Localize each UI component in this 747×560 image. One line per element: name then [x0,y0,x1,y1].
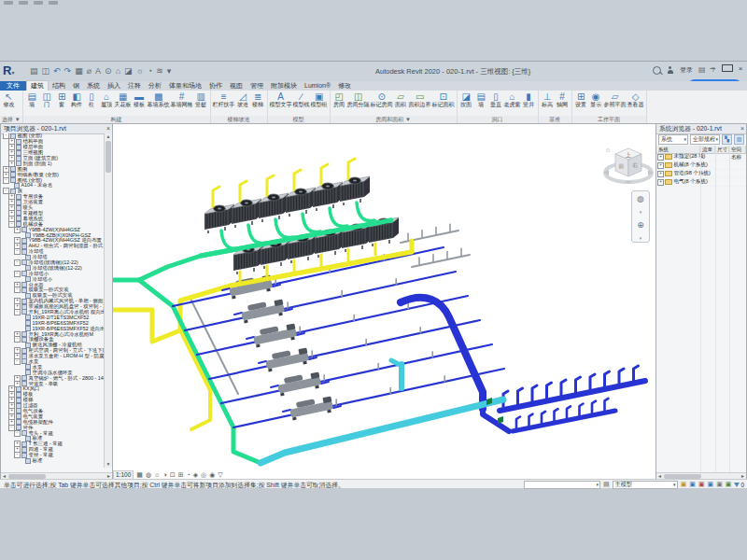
analytic-display-icon[interactable]: ▽ [218,470,222,479]
system-browser-close-icon[interactable]: × [740,125,744,132]
close-button[interactable]: × [736,64,745,74]
app-store-icon[interactable]: ▤ [698,65,706,75]
revit-app-button[interactable]: R▾ [3,63,25,78]
ribbon-button-1-9[interactable]: #幕墙网格 [171,91,193,108]
tab-6[interactable]: 分析 [145,81,165,91]
ribbon-button-1-4[interactable]: ▯柱 [85,91,99,108]
steering-wheel-icon[interactable]: ◍ [637,194,644,203]
sun-icon[interactable]: ☼ [136,65,144,77]
print-icon[interactable]: ▦ [75,65,83,77]
ribbon-button-4-5[interactable]: ⊡标记面积 [432,91,455,108]
ribbon-button-1-2[interactable]: ⊞窗 [55,91,69,108]
project-browser-close-icon[interactable]: × [106,125,110,132]
ribbon-button-4-0[interactable]: ◰房间 [332,91,346,108]
exclude-options-icon[interactable]: ▣ [681,481,687,488]
ribbon-button-7-3[interactable]: ◇查看器 [627,91,644,108]
tree-item[interactable]: 标准 [1,458,105,464]
search-icon[interactable] [653,66,661,75]
ribbon-button-5-1[interactable]: ▤墙 [474,91,488,108]
ribbon-button-1-5[interactable]: ⌂屋顶 [100,91,114,108]
ribbon-button-3-0[interactable]: A模型文字 [270,91,292,108]
crop-view-icon[interactable]: ⊡ [170,470,176,479]
render-icon[interactable]: ◔ [148,65,152,77]
rendering-icon[interactable]: ◔ [186,470,190,479]
minimize-button[interactable]: ─ [708,64,717,74]
ribbon-button-7-1[interactable]: ◉显示 [589,91,603,108]
ribbon-button-1-1[interactable]: ◫门 [40,91,54,108]
reveal-hidden-icon[interactable]: ◉ [209,470,215,479]
discipline-filter-select[interactable]: 全部规程 [690,134,720,145]
system-row[interactable]: +未指定(28 项) [656,153,746,161]
tab-0[interactable]: 建筑 [26,80,49,91]
active-workset-select[interactable] [524,481,600,489]
visual-style-icon[interactable]: ◍ [146,470,151,479]
tab-file[interactable]: 文件 [0,81,26,91]
system-row[interactable]: +电气(8 个系统) [656,178,746,187]
tab-1[interactable]: 结构 [49,81,69,91]
design-option-select[interactable]: 主模型 [613,481,678,489]
tab-7[interactable]: 体量和场地 [165,81,205,91]
tab-11[interactable]: 附加模块 [267,81,301,91]
dropdown-icon[interactable]: ▾ [167,65,172,77]
ribbon-button-6-0[interactable]: ⊥标高 [541,91,555,108]
drag-on-selection-icon[interactable]: ▣ [726,481,732,488]
ribbon-button-0-0[interactable]: ↖修改 [2,91,16,108]
tree-expander-icon[interactable]: + [657,179,664,186]
scale-button[interactable]: 1:100 [113,470,134,480]
save-icon[interactable]: ◫ [42,65,50,77]
ribbon-button-5-4[interactable]: ▮竖井 [522,91,536,108]
tab-2[interactable]: 钢 [69,81,83,91]
view-cube[interactable]: 上 前 右 ⌂ [602,145,655,189]
ribbon-button-6-1[interactable]: #轴网 [556,91,570,108]
project-browser-vscrollbar[interactable]: ▲▼ [104,133,112,468]
tab-12[interactable]: Lumion® [301,81,334,91]
navigation-bar[interactable]: ◍▾ ⊕▾ [631,190,650,243]
column-settings-icon[interactable]: ▥ [734,134,744,145]
ribbon-button-4-1[interactable]: ◫房间分隔 [347,91,370,108]
system-filter-select[interactable]: 系统 [658,134,688,145]
ribbon-button-3-2[interactable]: ▣模型组 [311,91,328,108]
measure-icon[interactable]: ⌀ [87,65,92,77]
system-row[interactable]: +管道(98 个系统) [656,170,746,178]
ribbon-button-3-1[interactable]: ∕模型线 [293,91,310,108]
tab-10[interactable]: 管理 [247,81,267,91]
ribbon-button-2-2[interactable]: ≣楼梯 [251,91,265,108]
tree-expander-icon[interactable]: + [657,154,664,161]
sign-in-button[interactable]: 登录 [680,65,693,75]
temporary-hide-icon[interactable]: ◎ [201,470,206,479]
user-icon[interactable] [667,66,674,74]
tab-4[interactable]: 插入 [104,81,124,91]
redo-icon[interactable]: ↷ [64,65,72,77]
editing-requests-icon[interactable]: ▤ [603,481,610,488]
tree-expander-icon[interactable]: + [657,171,664,177]
thin-lines-icon[interactable]: ≋ [156,65,163,77]
show-crop-icon[interactable]: ⊞ [178,470,184,479]
ribbon-button-4-2[interactable]: ⊙标记房间 [371,91,393,108]
ribbon-button-2-0[interactable]: ≡栏杆扶手 [213,91,235,108]
open-icon[interactable]: ▤ [30,65,38,77]
tab-3[interactable]: 系统 [83,81,104,91]
sun-path-icon[interactable]: ☼ [154,470,160,479]
select-pinned-icon[interactable]: ▣ [708,481,714,488]
ribbon-button-2-1[interactable]: ◿坡道 [236,91,250,108]
ribbon-button-5-0[interactable]: ◪按面 [459,91,473,108]
ribbon-button-1-8[interactable]: ▩幕墙系统 [148,91,170,108]
ribbon-button-5-2[interactable]: ▯垂直 [489,91,503,108]
tab-5[interactable]: 注释 [124,81,145,91]
lock-view-icon[interactable]: ◈ [193,470,198,479]
select-links-icon[interactable]: ▣ [689,481,696,488]
text-icon[interactable]: A [95,65,101,77]
section-icon[interactable]: ◪ [124,65,133,77]
ribbon-button-7-0[interactable]: ⊞设置 [574,91,588,108]
3d-view-icon[interactable]: ⌂ [116,65,120,77]
restore-button[interactable] [722,64,731,74]
undo-icon[interactable]: ↶ [53,65,61,77]
ribbon-button-1-3[interactable]: ◧构件 [70,91,84,108]
ribbon-button-4-3[interactable]: ▱面积 [394,91,408,108]
shadows-icon[interactable]: ◑ [162,470,166,479]
tag-icon[interactable]: ⊙ [105,65,112,77]
select-by-face-icon[interactable]: ▣ [716,481,723,488]
detail-level-icon[interactable]: ▦ [136,470,143,479]
ribbon-button-1-10[interactable]: ▥竖梃 [194,91,208,108]
system-row[interactable]: +机械(8 个系统) [656,161,746,170]
